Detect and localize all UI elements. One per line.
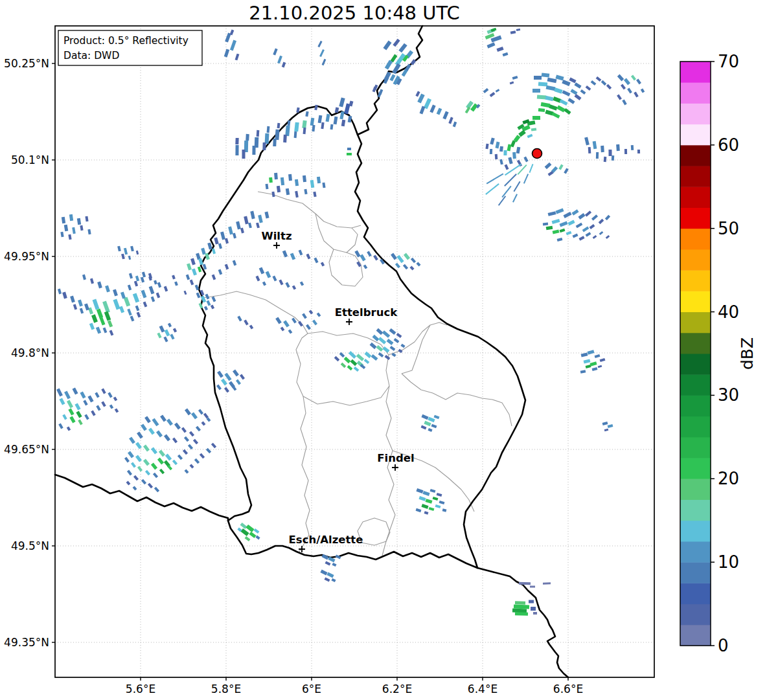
radar-echo-cell <box>299 250 303 256</box>
radar-echo-cell <box>557 238 563 242</box>
radar-echo-cell <box>317 41 322 47</box>
radar-echo-cell <box>310 180 315 188</box>
radar-echo-cell <box>516 147 521 154</box>
radar-echo-cell <box>80 391 86 398</box>
radar-ray-cell <box>498 196 506 206</box>
y-tick-label: 49.35°N <box>4 636 49 649</box>
radar-echo-cell <box>250 211 255 220</box>
radar-echo-cell <box>244 216 249 225</box>
radar-echo-cell <box>62 414 67 420</box>
radar-echo-cell <box>595 354 601 358</box>
colorbar-segments <box>680 62 711 646</box>
radar-echo-cell <box>157 458 164 465</box>
radar-echo-cell <box>262 142 266 150</box>
radar-echo-cell <box>560 99 568 106</box>
radar-echo-cell <box>151 297 155 302</box>
radar-echo-cell <box>636 79 641 85</box>
radar-echo-cell <box>641 88 645 93</box>
radar-echo-cell <box>67 426 71 431</box>
radar-echo-cell <box>74 403 80 410</box>
radar-echo-cell <box>245 536 251 541</box>
radar-echo-cell <box>576 223 583 229</box>
radar-echo-cell <box>334 117 338 125</box>
radar-echo-cell <box>173 328 177 332</box>
radar-echo-cell <box>170 334 174 340</box>
colorbar-segment <box>680 541 711 563</box>
radar-echo-cell <box>538 108 545 112</box>
x-tick-label: 5.6°E <box>126 683 155 695</box>
radar-echo-cell <box>69 214 73 221</box>
radar-echo-cell <box>439 501 445 504</box>
radar-echo-cell <box>552 219 560 224</box>
radar-echo-cell <box>334 356 340 361</box>
radar-echo-cell <box>303 128 306 134</box>
radar-echo-cell <box>127 309 132 316</box>
radar-echo-cell <box>206 448 211 454</box>
radar-echo-cell <box>495 154 498 159</box>
colorbar-tick-label: 0 <box>718 636 729 655</box>
radar-echo-cell <box>141 479 146 485</box>
radar-echo-cell <box>512 76 518 80</box>
radar-echo-cell <box>295 191 299 198</box>
radar-echo-cell <box>598 365 602 368</box>
colorbar-tick-label: 50 <box>718 219 739 238</box>
radar-echo-cell <box>569 78 576 84</box>
x-tick-label: 5.8°E <box>211 683 241 695</box>
radar-echo-cell <box>240 523 247 529</box>
radar-echo-cell <box>571 209 578 216</box>
radar-echo-cell <box>448 117 453 124</box>
radar-echo-cell <box>191 412 198 420</box>
radar-echo-cell <box>126 480 131 485</box>
radar-echo-cell <box>321 554 328 559</box>
colorbar-segment <box>680 521 711 542</box>
radar-echo-cell <box>505 164 509 170</box>
colorbar-tick-label: 70 <box>718 52 739 71</box>
radar-echo-cell <box>113 289 118 296</box>
colorbar-segment <box>680 562 711 583</box>
radar-echo-cell <box>273 49 277 56</box>
radar-echo-cell <box>533 612 537 615</box>
x-tick-label: 6°E <box>302 683 321 695</box>
radar-echo-cell <box>205 294 210 300</box>
radar-echo-cell <box>395 263 400 269</box>
radar-echo-cell <box>389 74 395 81</box>
radar-echo-cell <box>627 88 632 94</box>
radar-echo-cell <box>181 427 187 433</box>
radar-echo-cell <box>367 251 372 257</box>
radar-echo-cell <box>378 352 384 357</box>
radar-echo-cell <box>96 326 101 333</box>
radar-echo-cell <box>510 30 516 34</box>
radar-echo-cell <box>421 504 428 509</box>
radar-echo-cell <box>584 359 591 363</box>
colorbar-tick-label: 60 <box>718 135 739 155</box>
radar-echo-cell <box>101 401 106 407</box>
radar-echo-cell <box>580 89 586 95</box>
radar-echo-cell <box>590 224 595 229</box>
x-tick-label: 6.2°E <box>382 683 412 695</box>
radar-echo-cell <box>198 409 203 415</box>
radar-echo-cell <box>95 392 99 398</box>
radar-echo-cell <box>225 264 229 270</box>
radar-echo-cell <box>117 246 121 252</box>
radar-echo-cell <box>156 293 161 299</box>
radar-echo-cell <box>60 232 63 238</box>
colorbar-segment <box>680 186 711 208</box>
radar-echo-cell <box>186 275 190 280</box>
radar-echo-cell <box>72 227 76 234</box>
radar-echo-cell <box>548 211 556 216</box>
map-frame <box>55 26 654 677</box>
canton-border <box>203 291 308 333</box>
radar-echo-cell <box>542 73 550 77</box>
radar-echo-cell <box>137 312 141 318</box>
radar-echo-cell <box>312 125 315 131</box>
radar-echo-cell <box>485 144 488 149</box>
radar-echo-cell <box>277 56 282 64</box>
radar-echo-cell <box>185 469 189 473</box>
radar-echo-cell <box>562 90 571 96</box>
radar-echo-cell <box>130 246 134 252</box>
radar-echo-cell <box>72 387 78 394</box>
canton-border <box>296 332 389 405</box>
radar-echo-cell <box>606 235 610 239</box>
radar-echo-cell <box>68 234 71 240</box>
radar-echo-cell <box>272 276 277 282</box>
